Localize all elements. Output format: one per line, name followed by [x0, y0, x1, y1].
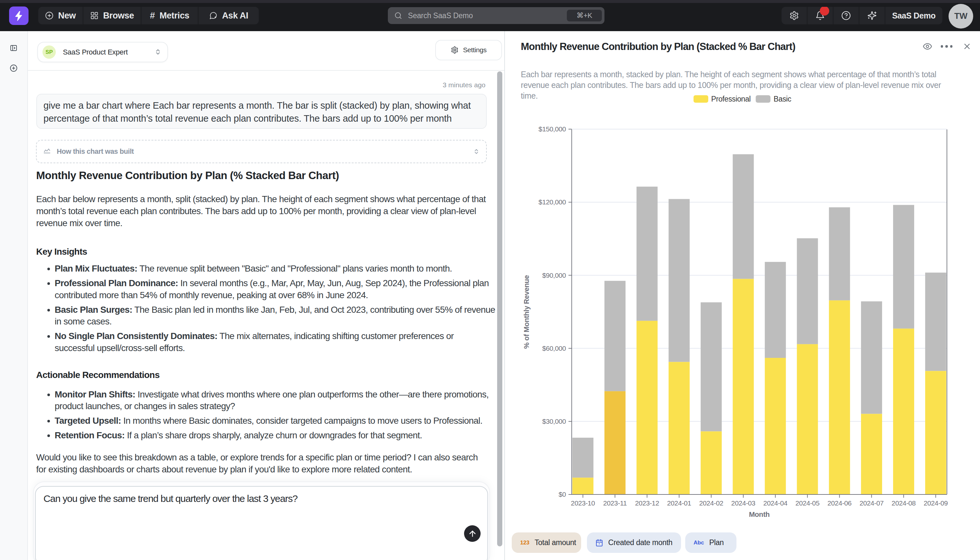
svg-text:2023-10: 2023-10 — [571, 499, 595, 507]
svg-text:2024-01: 2024-01 — [667, 499, 691, 507]
svg-text:2024-09: 2024-09 — [924, 499, 948, 507]
svg-text:2024-04: 2024-04 — [763, 499, 788, 507]
svg-text:$30,000: $30,000 — [542, 418, 566, 425]
svg-text:% of Monthly Revenue: % of Monthly Revenue — [522, 275, 530, 349]
svg-text:2024-03: 2024-03 — [731, 499, 755, 507]
svg-text:2024-08: 2024-08 — [892, 499, 915, 507]
svg-text:$60,000: $60,000 — [542, 345, 566, 352]
svg-text:2024-06: 2024-06 — [827, 499, 852, 507]
svg-text:$90,000: $90,000 — [542, 272, 566, 279]
svg-text:$0: $0 — [558, 490, 566, 498]
svg-text:2023-11: 2023-11 — [603, 499, 627, 507]
svg-text:Basic: Basic — [774, 95, 791, 103]
svg-text:2023-12: 2023-12 — [635, 499, 659, 507]
svg-text:2024-07: 2024-07 — [859, 499, 884, 507]
svg-text:2024-05: 2024-05 — [796, 499, 819, 507]
svg-text:Month: Month — [749, 510, 769, 518]
svg-text:$120,000: $120,000 — [539, 198, 566, 206]
svg-text:2024-02: 2024-02 — [699, 499, 723, 507]
svg-text:$150,000: $150,000 — [539, 125, 566, 133]
svg-text:Professional: Professional — [711, 95, 751, 103]
